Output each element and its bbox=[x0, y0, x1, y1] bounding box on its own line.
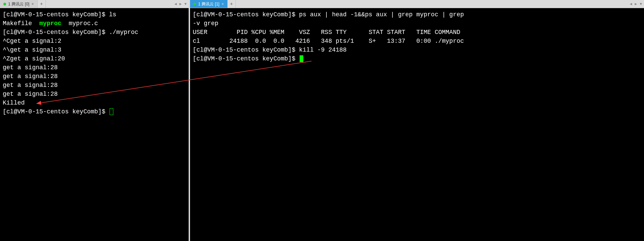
tab-right-0[interactable]: 1 腾讯云 [1] × bbox=[190, 0, 228, 8]
close-icon[interactable]: × bbox=[32, 0, 34, 8]
terminal-right[interactable]: [cl@VM-0-15-centos keyComb]$ ps aux | he… bbox=[190, 8, 644, 241]
terminal-text: [cl@VM-0-15-centos keyComb]$ ./myproc bbox=[3, 29, 138, 36]
terminal-line: [cl@VM-0-15-centos keyComb]$ ls bbox=[3, 10, 186, 19]
terminal-line: cl 24188 0.0 0.0 4216 348 pts/1 S+ 13:37… bbox=[193, 37, 641, 45]
terminal-text: myproc.c bbox=[61, 20, 98, 27]
terminal-line: get a signal:28 bbox=[3, 90, 186, 98]
status-dot-icon bbox=[193, 3, 196, 5]
terminal-text: [cl@VM-0-15-centos keyComb]$ bbox=[3, 108, 109, 115]
terminal-text: USER PID %CPU %MEM VSZ RSS TTY STAT STAR… bbox=[193, 29, 460, 36]
close-icon[interactable]: × bbox=[222, 0, 224, 8]
add-tab-button[interactable]: + bbox=[38, 0, 46, 8]
terminal-text: Makefile bbox=[3, 20, 39, 27]
chevron-right-icon[interactable]: ▶ bbox=[179, 0, 182, 8]
terminal-line: get a signal:28 bbox=[3, 81, 186, 90]
terminal-line: [cl@VM-0-15-centos keyComb]$ ps aux | he… bbox=[193, 10, 641, 19]
terminal-text: [cl@VM-0-15-centos keyComb]$ bbox=[193, 55, 299, 62]
tab-label: 1 腾讯云 [1] bbox=[198, 0, 220, 8]
chevron-left-icon[interactable]: ◀ bbox=[630, 0, 632, 8]
terminal-text: Killed bbox=[3, 99, 25, 106]
terminal-line: -v grep bbox=[193, 19, 641, 28]
chevron-left-icon[interactable]: ◀ bbox=[174, 0, 177, 8]
tabbar-nav: ◀ ▶ ▼ bbox=[172, 0, 189, 8]
right-tabbar: 1 腾讯云 [1] × + ◀ ▶ ▼ bbox=[190, 0, 644, 8]
terminal-text: get a signal:28 bbox=[3, 91, 58, 97]
tabbar-spacer bbox=[46, 0, 172, 8]
terminal-text: ^Zget a signal:20 bbox=[3, 55, 65, 62]
terminal-line: USER PID %CPU %MEM VSZ RSS TTY STAT STAR… bbox=[193, 28, 641, 37]
terminal-line: get a signal:28 bbox=[3, 63, 186, 72]
terminal-line: Makefile myproc myproc.c bbox=[3, 19, 186, 28]
tabbar-nav: ◀ ▶ ▼ bbox=[628, 0, 644, 8]
chevron-right-icon[interactable]: ▶ bbox=[635, 0, 637, 8]
status-dot-icon bbox=[3, 3, 6, 5]
tabbar-spacer bbox=[236, 0, 628, 8]
terminal-text: -v grep bbox=[193, 20, 219, 27]
terminal-text: ^Cget a signal:2 bbox=[3, 38, 61, 44]
tab-left-0[interactable]: 1 腾讯云 [0] × bbox=[0, 0, 38, 8]
plus-icon: + bbox=[230, 0, 233, 8]
left-tabbar: 1 腾讯云 [0] × + ◀ ▶ ▼ bbox=[0, 0, 189, 8]
terminal-left[interactable]: [cl@VM-0-15-centos keyComb]$ lsMakefile … bbox=[0, 8, 189, 241]
terminal-text: [cl@VM-0-15-centos keyComb]$ ls bbox=[3, 11, 116, 18]
chevron-down-icon[interactable]: ▼ bbox=[640, 0, 642, 8]
terminal-text: [cl@VM-0-15-centos keyComb]$ ps aux | he… bbox=[193, 11, 468, 18]
add-tab-button[interactable]: + bbox=[228, 0, 236, 8]
terminal-text: myproc bbox=[39, 20, 61, 27]
terminal-line: ^\get a signal:3 bbox=[3, 45, 186, 54]
terminal-line: ^Zget a signal:20 bbox=[3, 54, 186, 63]
chevron-down-icon[interactable]: ▼ bbox=[184, 0, 187, 8]
terminal-text: [cl@VM-0-15-centos keyComb]$ kill -9 241… bbox=[193, 47, 347, 53]
terminal-line: [cl@VM-0-15-centos keyComb]$ kill -9 241… bbox=[193, 45, 641, 54]
right-pane: 1 腾讯云 [1] × + ◀ ▶ ▼ [cl@VM-0-15-centos k… bbox=[190, 0, 644, 241]
terminal-line: [cl@VM-0-15-centos keyComb]$ bbox=[3, 107, 186, 116]
terminal-text: cl 24188 0.0 0.0 4216 348 pts/1 S+ 13:37… bbox=[193, 38, 464, 44]
terminal-line: ^Cget a signal:2 bbox=[3, 37, 186, 45]
terminal-line: [cl@VM-0-15-centos keyComb]$ bbox=[193, 54, 641, 63]
terminal-text: get a signal:28 bbox=[3, 73, 58, 80]
terminal-line: [cl@VM-0-15-centos keyComb]$ ./myproc bbox=[3, 28, 186, 37]
terminal-line: Killed bbox=[3, 98, 186, 107]
cursor-icon bbox=[300, 55, 303, 62]
terminal-line: get a signal:28 bbox=[3, 72, 186, 81]
tab-label: 1 腾讯云 [0] bbox=[8, 0, 30, 8]
cursor-icon bbox=[110, 108, 113, 115]
terminal-text: ^\get a signal:3 bbox=[3, 47, 61, 53]
terminal-text: get a signal:28 bbox=[3, 64, 58, 71]
left-pane: 1 腾讯云 [0] × + ◀ ▶ ▼ [cl@VM-0-15-centos k… bbox=[0, 0, 189, 241]
terminal-text: get a signal:28 bbox=[3, 82, 58, 89]
plus-icon: + bbox=[40, 0, 43, 8]
